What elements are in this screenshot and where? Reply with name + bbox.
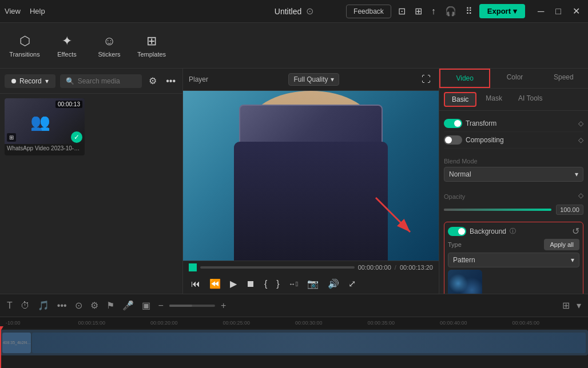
fit-button[interactable]: ↔⃞: [287, 279, 300, 289]
frame-back-button[interactable]: ⏪: [207, 277, 223, 290]
progress-bar[interactable]: [200, 266, 355, 269]
effects-label: Effects: [57, 51, 76, 58]
tab-color[interactable]: Color: [490, 69, 539, 88]
time-total: 00:00:13:20: [400, 264, 433, 271]
ruler-mark-6: 00:00:40:00: [439, 320, 511, 326]
menu-view[interactable]: View: [5, 7, 21, 15]
right-content: Transform ◇ Compositing ◇ Blend Mode Nor…: [439, 111, 588, 294]
subtab-mask[interactable]: Mask: [479, 92, 509, 107]
tab-speed[interactable]: Speed: [539, 69, 588, 88]
maximize-button[interactable]: □: [552, 5, 565, 18]
media-toolbar: Record ▾ 🔍 ⚙ •••: [0, 69, 182, 94]
auto-track-button[interactable]: ⊙: [73, 299, 85, 312]
split-button[interactable]: 🎤: [120, 299, 136, 312]
more-options-button[interactable]: •••: [164, 74, 178, 89]
feedback-button[interactable]: Feedback: [346, 5, 391, 18]
more-tools-button[interactable]: •••: [55, 299, 69, 312]
plus-zoom-button[interactable]: +: [218, 299, 228, 312]
opacity-slider-track[interactable]: [444, 209, 551, 211]
in-point-button[interactable]: {: [262, 278, 269, 290]
compositing-toggle[interactable]: [444, 135, 462, 145]
apply-all-button[interactable]: Apply all: [544, 239, 579, 250]
toolbar-transitions[interactable]: ⬡ Transitions: [5, 26, 45, 66]
monitor-icon[interactable]: ⊡: [396, 3, 408, 19]
video-track[interactable]: 408:35_4b2f4...: [0, 330, 588, 355]
toolbar-effects[interactable]: ✦ Effects: [47, 26, 87, 66]
opacity-value[interactable]: 100.00: [556, 205, 583, 215]
play-button[interactable]: ▶: [228, 277, 239, 290]
transform-label: Transform: [444, 119, 496, 128]
marker-button[interactable]: ⚑: [104, 299, 117, 312]
track-layout-button[interactable]: ⊞: [560, 299, 572, 312]
templates-label: Templates: [137, 51, 166, 58]
export-button[interactable]: Export ▾: [479, 4, 525, 18]
background-toggle[interactable]: [448, 227, 466, 236]
quality-chevron-icon: ▾: [331, 75, 334, 83]
expand-button[interactable]: ⤢: [346, 277, 358, 290]
stop-button[interactable]: ⏹: [244, 278, 257, 290]
toggle-dot: [454, 120, 461, 127]
compositing-keyframe-icon[interactable]: ◇: [578, 136, 583, 144]
captions-button[interactable]: ▣: [140, 299, 153, 312]
left-panel: Record ▾ 🔍 ⚙ ••• 00:00:13 ⊞ ✓ WhatsApp V…: [0, 69, 183, 294]
settings-button[interactable]: ⚙: [88, 299, 101, 312]
tab-video[interactable]: Video: [439, 69, 490, 88]
minimize-button[interactable]: ─: [534, 5, 547, 18]
cloud-icon[interactable]: ↑: [429, 4, 438, 19]
transform-toggle[interactable]: [444, 119, 462, 128]
layout-icon[interactable]: ⊞: [412, 3, 424, 19]
fullscreen-icon[interactable]: ⛶: [419, 72, 433, 87]
ruler-mark-3: 00:00:25:00: [222, 320, 295, 326]
ruler-mark-7: 00:00:45:00: [511, 320, 584, 326]
opacity-keyframe-icon[interactable]: ◇: [578, 191, 583, 199]
camera-button[interactable]: 📷: [305, 277, 321, 290]
audio-button[interactable]: 🎵: [35, 299, 51, 312]
subtab-basic[interactable]: Basic: [444, 92, 476, 107]
playhead[interactable]: [0, 329, 1, 368]
skip-back-button[interactable]: ⏮: [189, 278, 202, 290]
compositing-row: Compositing ◇: [444, 132, 583, 149]
blend-mode-dropdown[interactable]: Normal ▾: [444, 167, 583, 182]
close-button[interactable]: ✕: [569, 5, 583, 18]
minus-zoom-button[interactable]: −: [156, 299, 166, 312]
right-main-tabs: Video Color Speed: [439, 69, 588, 89]
chevron-down-icon: ▾: [513, 7, 517, 15]
title-bar-left: View Help: [5, 7, 45, 15]
volume-button[interactable]: 🔊: [325, 277, 341, 290]
quality-select[interactable]: Full Quality ▾: [288, 73, 339, 86]
menu-help[interactable]: Help: [30, 7, 45, 15]
ruler-mark-5: 00:00:35:00: [367, 320, 439, 326]
background-reset-icon[interactable]: ↺: [572, 226, 579, 237]
text-add-button[interactable]: T: [5, 299, 15, 312]
clock-button[interactable]: ⏱: [18, 299, 32, 312]
filter-button[interactable]: ⚙: [146, 73, 159, 89]
out-point-button[interactable]: }: [274, 278, 281, 290]
stickers-label: Stickers: [98, 51, 120, 58]
main-content: Record ▾ 🔍 ⚙ ••• 00:00:13 ⊞ ✓ WhatsApp V…: [0, 69, 588, 294]
type-dropdown[interactable]: Pattern ▾: [448, 253, 579, 267]
grid-icon[interactable]: ⠿: [463, 3, 475, 19]
pattern-thumbnail[interactable]: [448, 270, 482, 294]
transform-keyframe-icon[interactable]: ◇: [578, 119, 583, 127]
blend-mode-value: Normal: [449, 170, 471, 178]
toolbar-templates[interactable]: ⊞ Templates: [132, 26, 172, 66]
media-item[interactable]: 00:00:13 ⊞ ✓ WhatsApp Video 2023-10-05..…: [5, 98, 85, 155]
headphone-icon[interactable]: 🎧: [443, 3, 459, 19]
toolbar-stickers[interactable]: ☺ Stickers: [89, 26, 129, 66]
opacity-section: Opacity ◇ 100.00: [444, 186, 583, 219]
track-thumbnail-0: 408:35_4b2f4...: [2, 333, 31, 353]
background-info-icon[interactable]: ⓘ: [510, 227, 516, 235]
time-current: 00:00:00:00: [358, 264, 391, 271]
type-row: Type Apply all: [448, 239, 579, 250]
subtab-ai-tools[interactable]: AI Tools: [511, 92, 549, 107]
search-bar[interactable]: 🔍: [60, 74, 142, 88]
time-separator: /: [395, 264, 396, 271]
timeline-toolbar: T ⏱ 🎵 ••• ⊙ ⚙ ⚑ 🎤 ▣ − + ⊞ ▾: [0, 294, 588, 317]
track-settings-button[interactable]: ▾: [574, 299, 583, 312]
search-input[interactable]: [78, 77, 137, 85]
scrubber-thumb[interactable]: [189, 263, 197, 271]
record-button[interactable]: Record ▾: [5, 74, 55, 88]
player-controls: ⏮ ⏪ ▶ ⏹ { } ↔⃞ 📷 🔊 ⤢: [183, 274, 439, 294]
zoom-slider[interactable]: [169, 305, 215, 307]
background-row: Background ⓘ ↺: [448, 226, 579, 237]
